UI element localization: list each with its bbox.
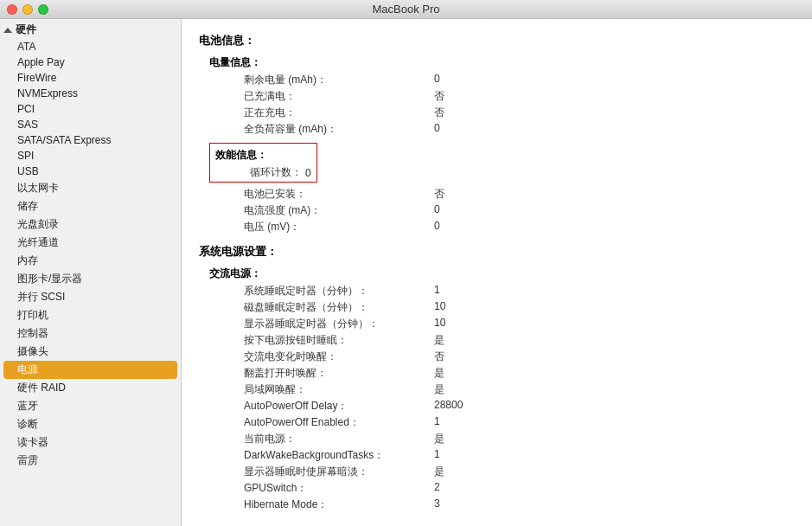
sidebar-item[interactable]: 硬件 RAID bbox=[0, 379, 181, 397]
ac-row-value: 1 bbox=[434, 284, 440, 298]
main-container: 硬件 ATAApple PayFireWireNVMExpressPCISASS… bbox=[0, 19, 812, 526]
ac-row-value: 是 bbox=[434, 432, 444, 446]
ac-row-value: 1 bbox=[434, 415, 440, 430]
ac-power-row: 翻盖打开时唤醒：是 bbox=[209, 365, 795, 382]
sidebar-group-label: 硬件 bbox=[16, 22, 36, 37]
ac-row-label: AutoPowerOff Delay： bbox=[209, 399, 434, 414]
efficiency-subtitle: 效能信息： bbox=[215, 148, 311, 163]
ac-power-row: AutoPowerOff Enabled：1 bbox=[209, 414, 795, 431]
sidebar-item[interactable]: 光盘刻录 bbox=[0, 215, 181, 234]
ac-power-label: 交流电源： bbox=[209, 266, 795, 281]
sidebar-item[interactable]: ATA bbox=[0, 39, 181, 55]
ac-row-label: Hibernate Mode： bbox=[209, 497, 434, 512]
ac-row-label: 显示器睡眠时使屏幕暗淡： bbox=[209, 465, 434, 479]
ac-row-value: 2 bbox=[434, 481, 440, 496]
ac-power-row: 当前电源：是 bbox=[209, 431, 795, 447]
ac-power-row: AutoPowerOff Delay：28800 bbox=[209, 398, 795, 414]
sidebar-item[interactable]: SATA/SATA Express bbox=[0, 132, 181, 148]
maximize-button[interactable] bbox=[38, 4, 48, 15]
ac-row-label: 按下电源按钮时睡眠： bbox=[209, 333, 434, 348]
efficiency-section: 效能信息： 循环计数： 0 bbox=[209, 141, 795, 184]
battery-row-label: 已充满电： bbox=[209, 89, 434, 104]
cycle-label: 循环计数： bbox=[215, 165, 302, 180]
sidebar-item[interactable]: 内存 bbox=[0, 252, 181, 270]
sidebar-item[interactable]: 蓝牙 bbox=[0, 397, 181, 415]
ac-row-value: 10 bbox=[434, 317, 445, 331]
ac-row-value: 是 bbox=[434, 333, 444, 348]
sidebar-item[interactable]: 读卡器 bbox=[0, 433, 181, 452]
triangle-icon bbox=[3, 28, 12, 33]
battery-row-value: 否 bbox=[434, 89, 444, 104]
current-label: 电流强度 (mA)： bbox=[209, 203, 434, 218]
battery-row: 已充满电：否 bbox=[209, 88, 795, 105]
ac-power-row: 显示器睡眠定时器（分钟）：10 bbox=[209, 316, 795, 332]
ac-power-row: 局域网唤醒：是 bbox=[209, 382, 795, 398]
power-sub-section: 电量信息： 剩余电量 (mAh)：0已充满电：否正在充电：否全负荷容量 (mAh… bbox=[199, 55, 795, 235]
sidebar-item[interactable]: 光纤通道 bbox=[0, 234, 181, 252]
ac-row-value: 3 bbox=[434, 497, 440, 512]
minimize-button[interactable] bbox=[22, 4, 33, 15]
sidebar-item[interactable]: Apple Pay bbox=[0, 55, 181, 70]
ac-row-label: 局域网唤醒： bbox=[209, 382, 434, 397]
ac-power-row: 磁盘睡眠定时器（分钟）：10 bbox=[209, 299, 795, 316]
ac-row-label: DarkWakeBackgroundTasks： bbox=[209, 448, 434, 463]
battery-row: 剩余电量 (mAh)：0 bbox=[209, 72, 795, 88]
ac-row-label: AutoPowerOff Enabled： bbox=[209, 415, 434, 430]
ac-power-row: 显示器睡眠时使屏幕暗淡：是 bbox=[209, 464, 795, 480]
ac-power-row: Hibernate Mode：3 bbox=[209, 497, 795, 513]
power-settings-section: 系统电源设置： 交流电源： 系统睡眠定时器（分钟）：1磁盘睡眠定时器（分钟）：1… bbox=[199, 244, 795, 513]
sidebar: 硬件 ATAApple PayFireWireNVMExpressPCISASS… bbox=[0, 19, 182, 526]
ac-row-value: 1 bbox=[434, 448, 440, 463]
sidebar-item[interactable]: 电源 bbox=[3, 361, 177, 379]
battery-row-label: 正在充电： bbox=[209, 106, 434, 120]
window-controls bbox=[7, 4, 48, 15]
voltage-value: 0 bbox=[434, 220, 440, 234]
sidebar-item[interactable]: USB bbox=[0, 164, 181, 179]
power-subtitle: 电量信息： bbox=[209, 55, 795, 70]
ac-row-value: 是 bbox=[434, 382, 444, 397]
efficiency-highlight-box: 效能信息： 循环计数： 0 bbox=[209, 143, 317, 183]
window-title: MacBook Pro bbox=[372, 3, 439, 16]
sidebar-item[interactable]: 储存 bbox=[0, 197, 181, 215]
ac-power-section: 交流电源： 系统睡眠定时器（分钟）：1磁盘睡眠定时器（分钟）：10显示器睡眠定时… bbox=[199, 266, 795, 513]
sidebar-item[interactable]: NVMExpress bbox=[0, 86, 181, 101]
voltage-label: 电压 (mV)： bbox=[209, 220, 434, 234]
cycle-row: 循环计数： 0 bbox=[215, 164, 311, 181]
ac-power-row: GPUSwitch：2 bbox=[209, 480, 795, 497]
ac-row-label: 磁盘睡眠定时器（分钟）： bbox=[209, 300, 434, 315]
sidebar-item[interactable]: 并行 SCSI bbox=[0, 288, 181, 306]
sidebar-item[interactable]: SPI bbox=[0, 148, 181, 164]
title-bar: MacBook Pro bbox=[0, 0, 812, 19]
ac-row-label: GPUSwitch： bbox=[209, 481, 434, 496]
sidebar-item[interactable]: 控制器 bbox=[0, 324, 181, 343]
ac-row-value: 10 bbox=[434, 300, 445, 315]
sidebar-item[interactable]: 摄像头 bbox=[0, 343, 181, 361]
voltage-row: 电压 (mV)： 0 bbox=[209, 219, 795, 235]
current-value: 0 bbox=[434, 203, 440, 218]
content-area: 电池信息： 电量信息： 剩余电量 (mAh)：0已充满电：否正在充电：否全负荷容… bbox=[182, 19, 812, 526]
ac-row-label: 系统睡眠定时器（分钟）： bbox=[209, 284, 434, 298]
sidebar-item[interactable]: 诊断 bbox=[0, 415, 181, 433]
power-settings-title: 系统电源设置： bbox=[199, 244, 795, 260]
sidebar-item[interactable]: 雷雳 bbox=[0, 452, 181, 470]
sidebar-item[interactable]: PCI bbox=[0, 101, 181, 117]
battery-installed-value: 否 bbox=[434, 187, 444, 202]
ac-power-row: 系统睡眠定时器（分钟）：1 bbox=[209, 283, 795, 299]
ac-power-row: 交流电变化时唤醒：否 bbox=[209, 349, 795, 365]
ac-power-row: DarkWakeBackgroundTasks：1 bbox=[209, 447, 795, 464]
sidebar-item[interactable]: 打印机 bbox=[0, 306, 181, 324]
sidebar-item[interactable]: FireWire bbox=[0, 70, 181, 86]
battery-installed-row: 电池已安装： 否 bbox=[209, 186, 795, 202]
battery-row-value: 0 bbox=[434, 122, 440, 137]
battery-row-value: 否 bbox=[434, 106, 444, 120]
ac-row-label: 翻盖打开时唤醒： bbox=[209, 366, 434, 381]
battery-info-title: 电池信息： bbox=[199, 33, 795, 48]
sidebar-item[interactable]: 图形卡/显示器 bbox=[0, 270, 181, 288]
ac-row-label: 显示器睡眠定时器（分钟）： bbox=[209, 317, 434, 331]
sidebar-item[interactable]: 以太网卡 bbox=[0, 179, 181, 197]
close-button[interactable] bbox=[7, 4, 17, 15]
battery-row-value: 0 bbox=[434, 73, 440, 87]
ac-row-value: 是 bbox=[434, 465, 444, 479]
ac-row-value: 否 bbox=[434, 350, 444, 364]
sidebar-item[interactable]: SAS bbox=[0, 117, 181, 132]
